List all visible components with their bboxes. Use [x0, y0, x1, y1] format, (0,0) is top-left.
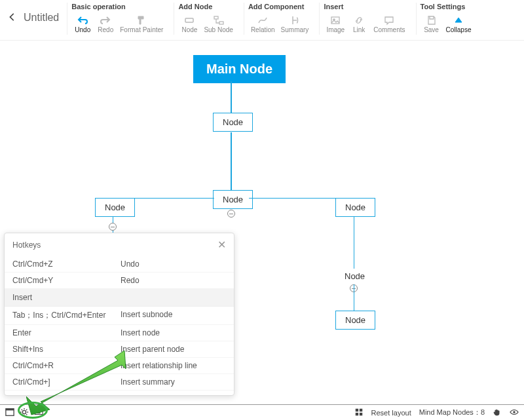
hotkey-desc: Insert subnode	[121, 310, 172, 321]
insert-link-button[interactable]: Link	[348, 13, 370, 35]
relation-button[interactable]: Relation	[248, 13, 278, 35]
redo-button[interactable]: Redo	[94, 13, 117, 35]
save-icon	[426, 14, 437, 26]
undo-icon	[77, 14, 88, 26]
group-basic: Basic operation Undo Redo Format Painter	[67, 3, 170, 35]
grid-icon[interactable]	[354, 408, 364, 418]
summary-button[interactable]: Summary	[278, 13, 312, 35]
title-area: Untitled	[4, 3, 63, 24]
group-addcomp: Add Component Relation Summary	[244, 3, 316, 35]
insert-image-button[interactable]: Image	[324, 13, 347, 35]
format-painter-button[interactable]: Format Painter	[117, 13, 166, 35]
collapse-toggle[interactable]	[109, 223, 117, 231]
link-icon	[354, 14, 364, 26]
hotkey-desc: Insert priority icon	[121, 394, 183, 395]
collapse-label: Collapse	[446, 26, 472, 33]
node[interactable]: Node	[335, 311, 375, 330]
hotkey-key: Ctrl/Cmd+R	[12, 361, 121, 370]
summary-label: Summary	[281, 26, 309, 33]
collapse-icon	[453, 14, 464, 26]
hotkey-key: Ctrl/Cmd+1,2,3...	[12, 394, 121, 395]
group-addnode-label: Add Node	[178, 3, 235, 13]
comment-icon	[384, 14, 394, 26]
back-icon[interactable]	[8, 12, 17, 24]
hotkeys-header: Hotkeys ✕	[5, 233, 234, 256]
save-button[interactable]: Save	[421, 13, 443, 35]
hotkey-desc: Undo	[121, 259, 140, 269]
node[interactable]: Node	[213, 190, 253, 209]
node[interactable]: Node	[335, 269, 374, 284]
save-label: Save	[424, 26, 439, 33]
hand-icon[interactable]	[493, 408, 502, 418]
brush-icon	[136, 14, 147, 26]
nodes-count-value: 8	[481, 408, 485, 416]
svg-rect-16	[355, 412, 358, 415]
collapse-toggle[interactable]	[227, 210, 235, 218]
node[interactable]: Node	[213, 113, 253, 132]
close-icon[interactable]: ✕	[217, 239, 226, 251]
subnode-icon	[214, 14, 224, 26]
relation-label: Relation	[251, 26, 275, 33]
highlight-circle	[18, 402, 48, 419]
collapse-button[interactable]: Collapse	[443, 13, 474, 35]
insert-comments-button[interactable]: Comments	[371, 13, 407, 35]
hotkey-row: Ctrl/Cmd+R Insert relationship line	[5, 358, 234, 374]
image-icon	[330, 14, 341, 26]
hotkey-desc: Redo	[121, 276, 140, 285]
hotkey-key: Tab；Ins；Ctrl/Cmd+Enter	[12, 310, 121, 321]
hotkey-desc: Insert node	[121, 328, 160, 337]
svg-point-18	[513, 411, 515, 413]
layout-icon[interactable]	[5, 408, 14, 418]
relation-icon	[257, 14, 268, 26]
svg-rect-3	[331, 17, 339, 24]
nodes-count-label: Mind Map Nodes：8	[419, 408, 485, 417]
group-addnode: Add Node Node Sub Node	[174, 3, 239, 35]
edge	[354, 216, 354, 269]
group-basic-label: Basic operation	[71, 3, 166, 13]
group-addcomp-label: Add Component	[248, 3, 312, 13]
hotkey-desc: Insert summary	[121, 377, 175, 387]
insert-comments-label: Comments	[373, 26, 405, 33]
hotkey-row: Shift+Ins Insert parent node	[5, 341, 234, 358]
group-insert: Insert Image Link Comments	[319, 3, 411, 35]
summary-icon	[290, 14, 300, 26]
group-tools-label: Tool Settings	[421, 3, 474, 13]
svg-rect-17	[359, 412, 362, 415]
edge	[231, 81, 232, 114]
reset-layout-button[interactable]: Reset layout	[371, 409, 411, 417]
insert-link-label: Link	[353, 26, 365, 33]
svg-rect-1	[214, 16, 218, 19]
edge	[231, 132, 232, 191]
main-node[interactable]: Main Node	[193, 55, 286, 83]
add-subnode-button[interactable]: Sub Node	[201, 13, 235, 35]
toolbar: Untitled Basic operation Undo Redo Forma…	[0, 0, 524, 41]
bottom-bar: Reset layout Mind Map Nodes：8	[0, 404, 524, 420]
node[interactable]: Node	[95, 198, 135, 217]
hotkeys-panel: Hotkeys ✕ Ctrl/Cmd+Z Undo Ctrl/Cmd+Y Red…	[4, 233, 234, 396]
hotkey-key: Enter	[12, 328, 121, 337]
doc-title: Untitled	[24, 12, 59, 24]
eye-icon[interactable]	[510, 408, 519, 418]
node-icon	[184, 14, 195, 26]
hotkey-desc: Insert relationship line	[121, 361, 197, 370]
group-tools: Tool Settings Save Collapse	[416, 3, 478, 35]
undo-label: Undo	[75, 26, 90, 33]
hotkeys-title: Hotkeys	[12, 240, 41, 250]
hotkey-section-insert: Insert	[5, 289, 234, 307]
hotkey-row: Tab；Ins；Ctrl/Cmd+Enter Insert subnode	[5, 307, 234, 325]
add-subnode-label: Sub Node	[204, 26, 233, 33]
svg-rect-7	[6, 408, 14, 410]
hotkey-row: Ctrl/Cmd+Y Redo	[5, 273, 234, 289]
nodes-label-text: Mind Map Nodes：	[419, 408, 481, 416]
svg-rect-15	[359, 408, 362, 411]
hotkeys-body[interactable]: Ctrl/Cmd+Z Undo Ctrl/Cmd+Y Redo Insert T…	[5, 256, 234, 395]
redo-label: Redo	[98, 26, 113, 33]
insert-image-label: Image	[326, 26, 345, 33]
add-node-button[interactable]: Node	[178, 13, 200, 35]
undo-button[interactable]: Undo	[71, 13, 94, 35]
hotkey-row: Enter Insert node	[5, 325, 234, 341]
node[interactable]: Node	[335, 198, 375, 217]
group-insert-label: Insert	[324, 3, 407, 13]
hotkey-key: Ctrl/Cmd+Y	[12, 276, 121, 285]
hotkey-row: Ctrl/Cmd+] Insert summary	[5, 374, 234, 391]
